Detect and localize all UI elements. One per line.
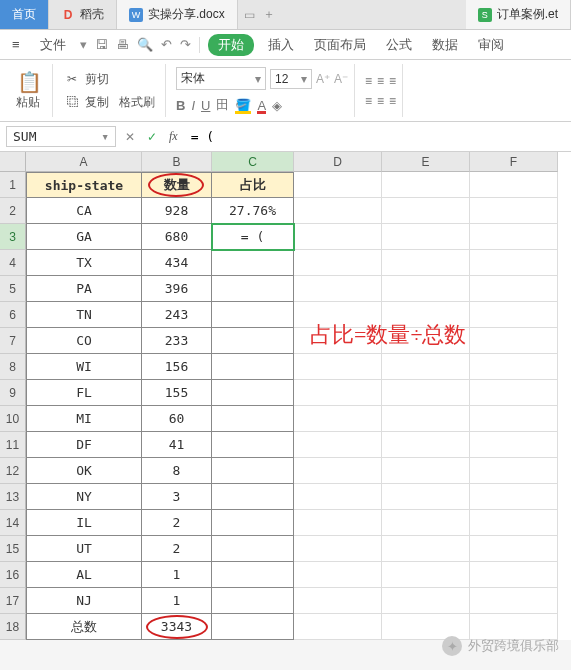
cell-B7[interactable]: 233 (142, 328, 212, 354)
print-icon[interactable]: 🖶 (116, 37, 129, 52)
cell-A15[interactable]: UT (26, 536, 142, 562)
cancel-formula-button[interactable]: ✕ (122, 130, 138, 144)
row-header-12[interactable]: 12 (0, 458, 26, 484)
cell-C16[interactable] (212, 562, 294, 588)
cell-B8[interactable]: 156 (142, 354, 212, 380)
cell-D4[interactable] (294, 250, 382, 276)
cell-B16[interactable]: 1 (142, 562, 212, 588)
cell-F4[interactable] (470, 250, 558, 276)
cell-F6[interactable] (470, 302, 558, 328)
border-button[interactable]: 田 (216, 96, 229, 114)
cell-A10[interactable]: MI (26, 406, 142, 432)
cell-C2[interactable]: 27.76% (212, 198, 294, 224)
cell-F3[interactable] (470, 224, 558, 250)
cell-B9[interactable]: 155 (142, 380, 212, 406)
cell-A16[interactable]: AL (26, 562, 142, 588)
align-left-icon[interactable]: ≡ (365, 94, 372, 108)
cell-C5[interactable] (212, 276, 294, 302)
row-header-3[interactable]: 3 (0, 224, 26, 250)
row-header-13[interactable]: 13 (0, 484, 26, 510)
cell-B13[interactable]: 3 (142, 484, 212, 510)
accept-formula-button[interactable]: ✓ (144, 130, 160, 144)
cell-A14[interactable]: IL (26, 510, 142, 536)
italic-button[interactable]: I (191, 98, 195, 113)
cell-C1[interactable]: 占比 (212, 172, 294, 198)
cell-A7[interactable]: CO (26, 328, 142, 354)
bold-button[interactable]: B (176, 98, 185, 113)
save-icon[interactable]: 🖫 (95, 37, 108, 52)
row-header-8[interactable]: 8 (0, 354, 26, 380)
cell-F12[interactable] (470, 458, 558, 484)
cell-C10[interactable] (212, 406, 294, 432)
cell-F17[interactable] (470, 588, 558, 614)
copy-button[interactable]: ⿻ 复制 格式刷 (63, 92, 159, 113)
cell-D13[interactable] (294, 484, 382, 510)
cell-D3[interactable] (294, 224, 382, 250)
font-name-select[interactable]: 宋体 ▾ (176, 67, 266, 90)
cell-E12[interactable] (382, 458, 470, 484)
cell-A6[interactable]: TN (26, 302, 142, 328)
format-painter-label[interactable]: 格式刷 (119, 94, 155, 111)
cell-F13[interactable] (470, 484, 558, 510)
cell-A3[interactable]: GA (26, 224, 142, 250)
cell-E15[interactable] (382, 536, 470, 562)
row-header-15[interactable]: 15 (0, 536, 26, 562)
cell-D5[interactable] (294, 276, 382, 302)
cell-E2[interactable] (382, 198, 470, 224)
cell-B5[interactable]: 396 (142, 276, 212, 302)
menu-review[interactable]: 审阅 (472, 34, 510, 56)
cell-E13[interactable] (382, 484, 470, 510)
cell-B11[interactable]: 41 (142, 432, 212, 458)
undo-icon[interactable]: ↶ (161, 37, 172, 52)
cell-E4[interactable] (382, 250, 470, 276)
align-bottom-icon[interactable]: ≡ (389, 74, 396, 88)
menu-insert[interactable]: 插入 (262, 34, 300, 56)
col-header-E[interactable]: E (382, 152, 470, 172)
cell-D1[interactable] (294, 172, 382, 198)
cell-F14[interactable] (470, 510, 558, 536)
cell-E9[interactable] (382, 380, 470, 406)
cell-D17[interactable] (294, 588, 382, 614)
cell-C6[interactable] (212, 302, 294, 328)
row-header-17[interactable]: 17 (0, 588, 26, 614)
cell-C3[interactable]: = ( (212, 224, 294, 250)
cell-A2[interactable]: CA (26, 198, 142, 224)
cell-F8[interactable] (470, 354, 558, 380)
cell-E10[interactable] (382, 406, 470, 432)
menu-file[interactable]: 文件 (34, 34, 72, 56)
cell-C11[interactable] (212, 432, 294, 458)
cell-D9[interactable] (294, 380, 382, 406)
cell-E11[interactable] (382, 432, 470, 458)
cell-F11[interactable] (470, 432, 558, 458)
cell-D16[interactable] (294, 562, 382, 588)
decrease-font-icon[interactable]: A⁻ (334, 72, 348, 86)
cell-C14[interactable] (212, 510, 294, 536)
align-right-icon[interactable]: ≡ (389, 94, 396, 108)
menu-formula[interactable]: 公式 (380, 34, 418, 56)
cell-A5[interactable]: PA (26, 276, 142, 302)
cell-B14[interactable]: 2 (142, 510, 212, 536)
menu-data[interactable]: 数据 (426, 34, 464, 56)
row-header-7[interactable]: 7 (0, 328, 26, 354)
font-size-select[interactable]: 12 ▾ (270, 69, 312, 89)
row-header-1[interactable]: 1 (0, 172, 26, 198)
spreadsheet-grid[interactable]: ABCDEF1ship-state数量占比2CA92827.76%3GA680=… (0, 152, 571, 640)
row-header-14[interactable]: 14 (0, 510, 26, 536)
col-header-D[interactable]: D (294, 152, 382, 172)
cell-D18[interactable] (294, 614, 382, 640)
cell-B15[interactable]: 2 (142, 536, 212, 562)
cell-F10[interactable] (470, 406, 558, 432)
cell-A17[interactable]: NJ (26, 588, 142, 614)
preview-icon[interactable]: 🔍 (137, 37, 153, 52)
effects-button[interactable]: ◈ (272, 98, 282, 113)
cell-D2[interactable] (294, 198, 382, 224)
cell-A18[interactable]: 总数 (26, 614, 142, 640)
cell-E8[interactable] (382, 354, 470, 380)
cell-E1[interactable] (382, 172, 470, 198)
col-header-F[interactable]: F (470, 152, 558, 172)
row-header-16[interactable]: 16 (0, 562, 26, 588)
tab-list-icon[interactable]: ▭ (244, 8, 255, 22)
tab-docx[interactable]: W 实操分享.docx (117, 0, 238, 29)
cell-C18[interactable] (212, 614, 294, 640)
new-tab-icon[interactable]: ＋ (263, 6, 275, 23)
